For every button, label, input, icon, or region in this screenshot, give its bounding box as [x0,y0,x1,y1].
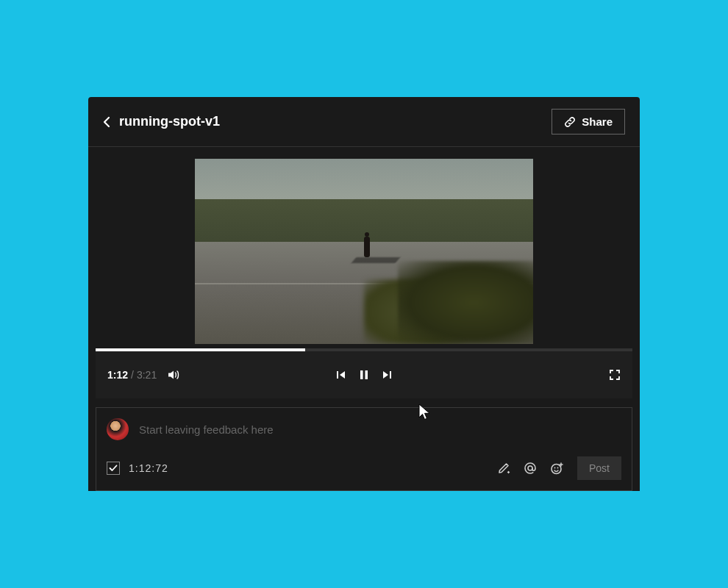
time-current: 1:12 [107,369,128,381]
video-review-window: running-spot-v1 Share 1:12 / [88,97,640,491]
feedback-input[interactable] [139,423,621,436]
draw-button[interactable] [497,462,510,475]
share-label: Share [582,115,613,128]
feedback-action-icons: Post [497,456,621,480]
svg-point-6 [554,467,556,468]
step-back-icon [336,370,346,380]
time-total: 3:21 [137,369,157,381]
svg-rect-0 [337,371,338,379]
post-button[interactable]: Post [577,456,621,480]
step-forward-icon [382,370,392,380]
fullscreen-icon [609,369,621,381]
back-button[interactable] [103,116,110,128]
check-icon [109,465,118,472]
feedback-panel: 1:12:72 [96,407,632,491]
time-separator: / [131,369,134,381]
pause-button[interactable] [360,370,368,380]
at-icon [524,462,537,475]
pause-icon [360,370,368,380]
chevron-left-icon [103,116,110,128]
mention-button[interactable] [524,462,537,475]
svg-point-4 [528,466,532,470]
emoji-button[interactable] [550,462,564,476]
svg-point-5 [552,464,561,473]
svg-rect-1 [360,370,363,379]
svg-point-7 [557,467,559,468]
playback-controls [336,370,392,380]
video-area: 1:12 / 3:21 [88,147,640,398]
svg-rect-2 [365,370,368,379]
timestamp-value: 1:12:72 [129,462,168,474]
feedback-input-row [107,418,621,440]
volume-icon [167,369,180,381]
fullscreen-button[interactable] [609,369,621,381]
pencil-icon [497,462,510,475]
svg-rect-3 [390,371,391,379]
step-forward-button[interactable] [382,370,392,380]
step-back-button[interactable] [336,370,346,380]
emoji-add-icon [550,462,564,476]
header: running-spot-v1 Share [88,97,640,147]
timestamp-group: 1:12:72 [107,462,168,475]
video-frame[interactable] [195,159,533,344]
file-title: running-spot-v1 [119,114,220,129]
volume-button[interactable] [167,369,180,381]
share-button[interactable]: Share [552,109,625,135]
link-icon [564,116,576,128]
feedback-actions: 1:12:72 [107,456,621,480]
user-avatar [107,418,129,440]
playback-controls-bar: 1:12 / 3:21 [96,351,632,398]
timestamp-checkbox[interactable] [107,462,120,475]
time-display: 1:12 / 3:21 [107,369,157,381]
header-left: running-spot-v1 [103,114,220,129]
